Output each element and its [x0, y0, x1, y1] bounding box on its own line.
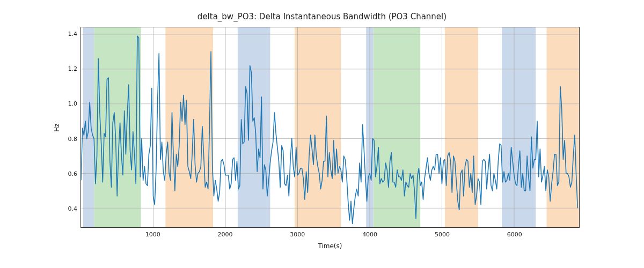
y-tick-label: 1.4	[62, 31, 77, 38]
highlight-band	[445, 27, 478, 227]
y-axis-label: Hz	[52, 27, 62, 228]
highlight-band	[374, 27, 420, 227]
figure: delta_bw_PO3: Delta Instantaneous Bandwi…	[0, 0, 644, 268]
plot-svg	[81, 27, 579, 227]
y-axis-label-text: Hz	[53, 123, 61, 131]
highlight-band	[546, 27, 579, 227]
x-tick-label: 4000	[362, 231, 377, 238]
x-axis-label: Time(s)	[80, 242, 580, 250]
y-tick-label: 1.0	[62, 100, 77, 107]
y-tick-label: 0.6	[62, 170, 77, 177]
x-tick-label: 6000	[507, 231, 522, 238]
plot-area	[80, 27, 580, 228]
x-tick-label: 5000	[435, 231, 450, 238]
highlight-band	[94, 27, 141, 227]
y-tick-label: 0.4	[62, 205, 77, 212]
x-tick-label: 3000	[290, 231, 305, 238]
chart-title: delta_bw_PO3: Delta Instantaneous Bandwi…	[0, 12, 644, 21]
highlight-band	[295, 27, 341, 227]
highlight-band	[502, 27, 536, 227]
y-tick-label: 1.2	[62, 65, 77, 72]
highlight-band	[238, 27, 270, 227]
x-tick-label: 2000	[218, 231, 233, 238]
x-tick-label: 1000	[145, 231, 160, 238]
y-tick-label: 0.8	[62, 135, 77, 142]
background-bands	[83, 27, 579, 227]
